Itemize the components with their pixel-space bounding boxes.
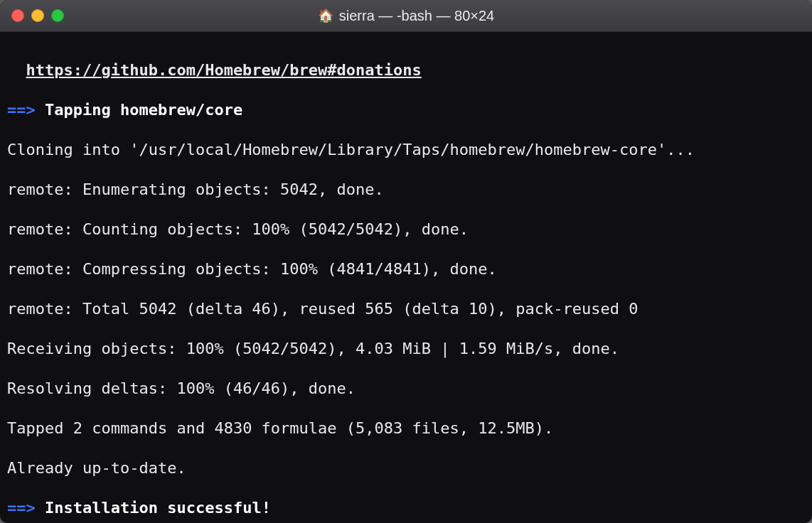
output-line: Already up-to-date.	[7, 458, 806, 478]
output-line: remote: Enumerating objects: 5042, done.	[7, 180, 806, 200]
zoom-icon[interactable]	[51, 9, 64, 22]
terminal-body[interactable]: https://github.com/Homebrew/brew#donatio…	[0, 32, 812, 523]
window-title-text: sierra — -bash — 80×24	[339, 6, 494, 26]
donations-link[interactable]: https://github.com/Homebrew/brew#donatio…	[26, 61, 421, 79]
output-line: Tapped 2 commands and 4830 formulae (5,0…	[7, 419, 806, 438]
install-success-heading: Installation successful!	[45, 499, 271, 517]
output-line: Cloning into '/usr/local/Homebrew/Librar…	[7, 140, 806, 160]
arrow-icon: ==>	[7, 101, 36, 119]
terminal-window: 🏠 sierra — -bash — 80×24 https://github.…	[0, 0, 812, 523]
arrow-icon: ==>	[7, 499, 36, 517]
output-line: remote: Compressing objects: 100% (4841/…	[7, 259, 806, 279]
close-icon[interactable]	[11, 9, 24, 22]
output-line: Receiving objects: 100% (5042/5042), 4.0…	[7, 339, 806, 359]
output-line: remote: Counting objects: 100% (5042/504…	[7, 220, 806, 239]
window-controls	[11, 9, 64, 22]
tapping-heading: Tapping homebrew/core	[45, 101, 242, 119]
home-icon: 🏠	[318, 6, 333, 26]
window-title: 🏠 sierra — -bash — 80×24	[0, 6, 812, 26]
output-line: remote: Total 5042 (delta 46), reused 56…	[7, 299, 806, 319]
minimize-icon[interactable]	[31, 9, 44, 22]
titlebar: 🏠 sierra — -bash — 80×24	[0, 0, 812, 32]
output-line: Resolving deltas: 100% (46/46), done.	[7, 379, 806, 399]
